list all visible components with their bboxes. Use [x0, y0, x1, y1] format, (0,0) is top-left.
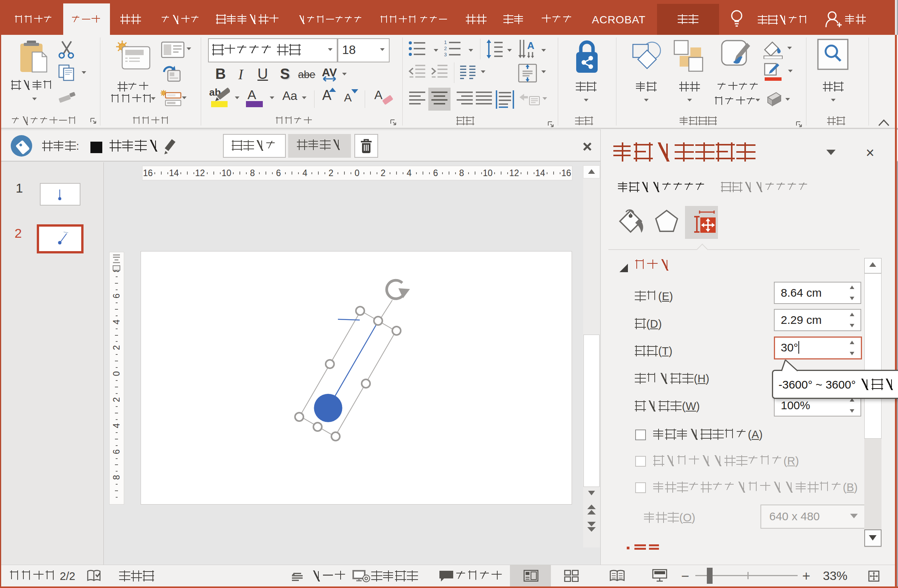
- svg-text:1: 1: [444, 40, 447, 45]
- svg-text:2: 2: [444, 46, 447, 51]
- svg-text:3: 3: [444, 52, 447, 57]
- svg-text:A: A: [527, 40, 534, 51]
